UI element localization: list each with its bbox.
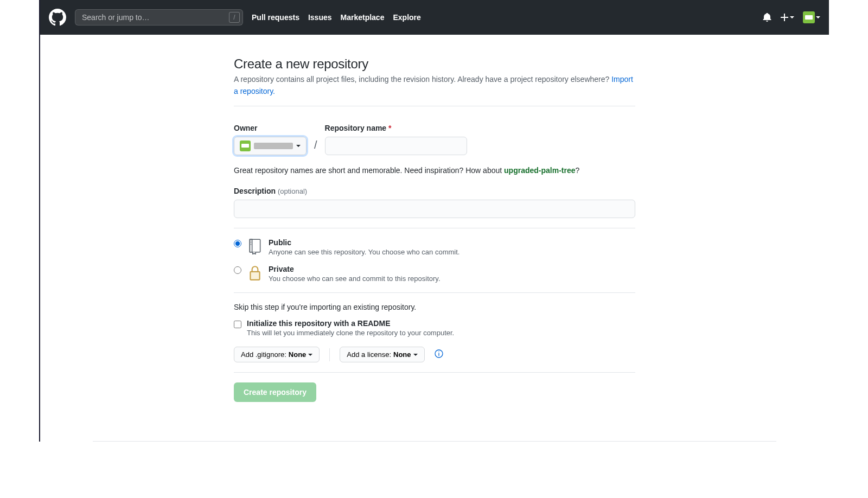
skip-hint: Skip this step if you're importing an ex… — [234, 303, 635, 311]
description-label: Description (optional) — [234, 187, 635, 195]
public-text: Public Anyone can see this repository. Y… — [269, 238, 459, 256]
reponame-label: Repository name * — [325, 124, 467, 132]
avatar — [803, 11, 815, 23]
owner-username — [254, 143, 293, 149]
caret-down-icon — [413, 353, 418, 357]
license-label: Add a license: — [347, 350, 391, 359]
header-right — [763, 11, 820, 23]
readme-checkbox[interactable] — [234, 321, 241, 328]
divider — [329, 348, 330, 361]
license-dropdown[interactable]: Add a license: None — [340, 347, 424, 362]
user-menu[interactable] — [803, 11, 820, 23]
plus-icon — [780, 13, 789, 22]
suggested-name[interactable]: upgraded-palm-tree — [504, 166, 575, 175]
description-label-text: Description — [234, 187, 276, 195]
private-title: Private — [269, 265, 294, 273]
gitignore-value: None — [289, 350, 307, 359]
reponame-input[interactable] — [325, 137, 467, 155]
notifications-icon[interactable] — [763, 13, 771, 22]
private-radio[interactable] — [234, 266, 241, 274]
nav-pull-requests[interactable]: Pull requests — [252, 13, 299, 22]
public-title: Public — [269, 238, 291, 247]
caret-down-icon — [816, 15, 820, 20]
owner-repo-row: Owner / Repository name * — [234, 124, 635, 155]
main-content: Create a new repository A repository con… — [234, 56, 635, 424]
readme-text: Initialize this repository with a README… — [247, 319, 454, 337]
subtitle-text: A repository contains all project files,… — [234, 75, 611, 84]
divider — [234, 228, 635, 228]
public-desc: Anyone can see this repository. You choo… — [269, 248, 459, 256]
readme-row[interactable]: Initialize this repository with a README… — [234, 319, 635, 337]
reponame-label-text: Repository name — [325, 124, 387, 132]
nav-explore[interactable]: Explore — [393, 13, 420, 22]
caret-down-icon — [790, 15, 794, 20]
nav-marketplace[interactable]: Marketplace — [341, 13, 385, 22]
divider — [234, 106, 635, 106]
slash-key-hint: / — [229, 12, 240, 23]
github-logo[interactable] — [49, 9, 66, 26]
repo-icon — [248, 238, 262, 256]
license-value: None — [393, 350, 411, 359]
search-input[interactable] — [75, 9, 243, 25]
owner-avatar — [240, 141, 251, 151]
caret-down-icon — [296, 144, 301, 148]
header-nav: Pull requests Issues Marketplace Explore — [252, 13, 421, 22]
description-input[interactable] — [234, 200, 635, 218]
create-new-dropdown[interactable] — [780, 13, 794, 22]
gitignore-label: Add .gitignore: — [241, 350, 286, 359]
svg-rect-0 — [250, 240, 260, 253]
owner-label: Owner — [234, 124, 307, 132]
license-info-icon[interactable] — [435, 349, 443, 360]
optional-hint: (optional) — [278, 187, 307, 195]
caret-down-icon — [308, 353, 312, 357]
global-header: / Pull requests Issues Marketplace Explo… — [40, 0, 829, 35]
hint-text: Great repository names are short and mem… — [234, 166, 504, 175]
reponame-hint: Great repository names are short and mem… — [234, 166, 635, 175]
hint-q: ? — [576, 166, 580, 175]
readme-desc: This will let you immediately clone the … — [247, 329, 454, 337]
nav-issues[interactable]: Issues — [308, 13, 332, 22]
readme-title: Initialize this repository with a README — [247, 319, 390, 328]
divider — [234, 372, 635, 373]
visibility-private[interactable]: Private You choose who can see and commi… — [234, 265, 635, 283]
page-title: Create a new repository — [234, 56, 635, 72]
reponame-field: Repository name * — [325, 124, 467, 155]
visibility-public[interactable]: Public Anyone can see this repository. Y… — [234, 238, 635, 256]
private-text: Private You choose who can see and commi… — [269, 265, 441, 283]
footer-divider — [93, 441, 776, 442]
owner-field: Owner — [234, 124, 307, 155]
required-indicator: * — [388, 124, 391, 132]
lock-icon — [248, 265, 262, 283]
path-separator: / — [312, 139, 320, 151]
public-radio[interactable] — [234, 240, 241, 247]
search-wrap: / — [75, 9, 243, 25]
gitignore-dropdown[interactable]: Add .gitignore: None — [234, 347, 320, 362]
divider — [234, 292, 635, 293]
mark-github-icon — [49, 9, 66, 26]
create-repository-button[interactable]: Create repository — [234, 382, 316, 402]
private-desc: You choose who can see and commit to thi… — [269, 274, 441, 283]
owner-select[interactable] — [234, 137, 307, 155]
template-dropdowns: Add .gitignore: None Add a license: None — [234, 347, 635, 362]
svg-rect-2 — [250, 272, 259, 280]
page-subtitle: A repository contains all project files,… — [234, 74, 635, 97]
